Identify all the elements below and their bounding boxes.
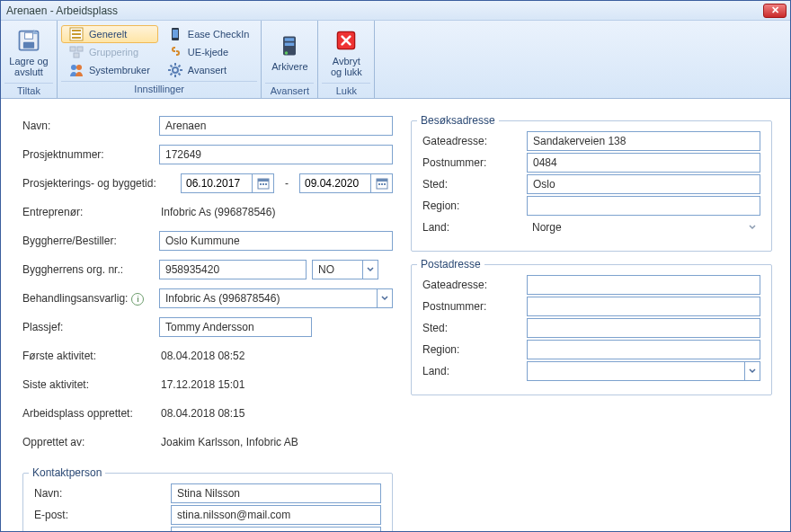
besok-land-combo[interactable]	[527, 217, 760, 237]
close-icon: ✕	[771, 4, 779, 16]
besok-region-field[interactable]	[527, 196, 760, 216]
right-column: Besøksadresse Gateadresse: Postnummer: S…	[411, 115, 772, 522]
arkivere-label: Arkivere	[271, 61, 307, 72]
ribbon-group-innstillinger-label: Innstillinger	[61, 81, 257, 96]
svg-rect-7	[70, 47, 76, 51]
besok-land-dropdown-button[interactable]	[744, 217, 760, 237]
svg-rect-22	[260, 183, 262, 185]
entreprenor-value: Infobric As (996878546)	[159, 206, 275, 218]
svg-rect-5	[72, 33, 81, 35]
group-icon	[69, 45, 84, 59]
svg-rect-8	[77, 47, 83, 51]
svg-rect-27	[378, 183, 380, 185]
plassjef-field[interactable]	[159, 317, 312, 337]
kontakt-legend: Kontaktperson	[29, 466, 105, 479]
label-besok-post: Postnummer:	[422, 156, 521, 169]
svg-point-11	[76, 65, 82, 70]
besok-legend: Besøksadresse	[417, 114, 499, 127]
post-post-field[interactable]	[527, 297, 760, 316]
list-icon	[69, 27, 84, 41]
besok-fieldset: Besøksadresse Gateadresse: Postnummer: S…	[411, 120, 772, 252]
save-exit-button[interactable]: Lagre og avslutt	[4, 23, 53, 81]
label-kontakt-mobil: Mobiltelefon:	[34, 530, 165, 531]
byggherre-org-field[interactable]	[159, 260, 307, 279]
date-to-field[interactable]	[299, 173, 371, 193]
ribbon-btn-ue-kjede[interactable]: UE-kjede	[160, 43, 257, 61]
arkivere-button[interactable]: Arkivere	[265, 23, 314, 81]
post-land-combo[interactable]	[527, 361, 760, 381]
byggherre-field[interactable]	[159, 231, 393, 251]
besok-gate-field[interactable]	[527, 131, 760, 151]
ribbon-btn-generelt[interactable]: Generelt	[61, 25, 158, 43]
ribbon-label-avansert: Avansert	[188, 65, 227, 75]
svg-rect-28	[381, 183, 383, 185]
ribbon-btn-ease-checkin[interactable]: Ease CheckIn	[160, 25, 257, 43]
info-icon[interactable]: i	[131, 293, 144, 306]
svg-rect-23	[262, 183, 264, 185]
svg-rect-21	[258, 179, 269, 182]
behandlings-combo[interactable]	[159, 288, 393, 308]
svg-rect-13	[173, 30, 178, 38]
post-region-field[interactable]	[527, 340, 760, 359]
label-byggetid: Prosjekterings- og byggetid:	[22, 177, 175, 190]
label-kontakt-navn: Navn:	[34, 487, 165, 500]
ribbon-group-avansert-label: Avansert	[265, 83, 314, 98]
avbryt-lukk-label: Avbryt og lukk	[331, 56, 362, 77]
ribbon: Lagre og avslutt Tiltak Generelt Grupper…	[1, 21, 790, 99]
kontakt-epost-field[interactable]	[171, 505, 381, 525]
label-forste: Første aktivitet:	[22, 350, 154, 362]
ribbon-btn-avansert[interactable]: Avansert	[160, 61, 257, 79]
byggherre-country-field[interactable]	[312, 260, 362, 279]
label-opprettet-av: Opprettet av:	[22, 436, 154, 448]
post-sted-field[interactable]	[527, 318, 760, 338]
save-exit-label: Lagre og avslutt	[9, 56, 48, 77]
post-land-field[interactable]	[527, 361, 744, 381]
cancel-icon	[333, 27, 360, 54]
navn-field[interactable]	[159, 116, 393, 136]
ribbon-label-generelt: Generelt	[89, 29, 127, 40]
avbryt-lukk-button[interactable]: Avbryt og lukk	[322, 23, 370, 81]
post-gate-field[interactable]	[527, 275, 760, 295]
titlebar: Arenaen - Arbeidsplass ✕	[1, 1, 790, 21]
behandlings-field[interactable]	[159, 288, 377, 308]
svg-rect-17	[285, 43, 295, 47]
ribbon-btn-systembruker[interactable]: Systembruker	[61, 61, 158, 79]
chevron-down-icon	[749, 221, 756, 234]
label-post-region: Region:	[422, 343, 521, 356]
save-icon	[15, 27, 42, 54]
behandlings-dropdown-button[interactable]	[377, 288, 393, 308]
ribbon-group-tiltak: Lagre og avslutt Tiltak	[1, 21, 58, 98]
chain-icon	[168, 45, 182, 59]
content-area: Navn: Prosjektnummer: Prosjekterings- og…	[1, 99, 790, 531]
kontakt-mobil-field[interactable]	[171, 527, 381, 531]
ribbon-label-ease-checkin: Ease CheckIn	[188, 29, 249, 40]
label-behandlings: Behandlingsansvarlig:i	[22, 292, 154, 306]
ribbon-label-gruppering: Gruppering	[89, 47, 138, 58]
byggherre-country-combo[interactable]	[312, 260, 378, 279]
svg-rect-9	[74, 53, 79, 58]
kontakt-navn-field[interactable]	[171, 483, 381, 503]
label-post-gate: Gateadresse:	[422, 279, 521, 291]
ribbon-label-systembruker: Systembruker	[89, 65, 150, 75]
label-plassjef: Plassjef:	[22, 321, 154, 333]
close-button[interactable]: ✕	[763, 4, 787, 18]
besok-sted-field[interactable]	[527, 174, 760, 194]
byggherre-country-dropdown-button[interactable]	[362, 260, 378, 279]
label-siste: Siste aktivitet:	[22, 378, 154, 391]
date-from-field[interactable]	[181, 173, 253, 193]
besok-post-field[interactable]	[527, 153, 760, 173]
ribbon-group-innstillinger: Generelt Gruppering Systembruker Ease Ch…	[58, 21, 262, 98]
post-land-dropdown-button[interactable]	[744, 361, 760, 381]
date-to-picker-button[interactable]	[371, 173, 393, 193]
date-from-picker-button[interactable]	[253, 173, 274, 193]
label-post-land: Land:	[422, 365, 521, 377]
ribbon-btn-gruppering[interactable]: Gruppering	[61, 43, 158, 61]
ribbon-group-tiltak-label: Tiltak	[4, 83, 53, 98]
label-entreprenor: Entreprenør:	[22, 206, 154, 218]
chevron-down-icon	[381, 292, 388, 305]
app-window: Arenaen - Arbeidsplass ✕ Lagre og avslut…	[0, 0, 791, 532]
prosjektnummer-field[interactable]	[159, 145, 393, 164]
window-title: Arenaen - Arbeidsplass	[6, 4, 118, 17]
calendar-icon	[256, 176, 271, 191]
postadr-fieldset: Postadresse Gateadresse: Postnummer: Ste…	[411, 264, 772, 395]
